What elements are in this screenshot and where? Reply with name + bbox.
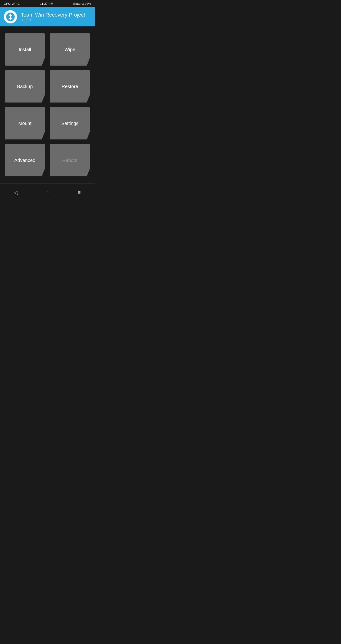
reboot-button[interactable]: Reboot bbox=[50, 144, 90, 176]
install-button[interactable]: Install bbox=[5, 34, 45, 66]
restore-button[interactable]: Restore bbox=[50, 70, 90, 102]
app-version: 3.0.2-1 bbox=[21, 18, 85, 22]
status-bar: CPU: 24 °C 11:27 PM Battery: 98% bbox=[0, 0, 95, 7]
app-header: Team Win Recovery Project 3.0.2-1 bbox=[0, 7, 95, 26]
battery-status: Battery: 98% bbox=[74, 2, 91, 6]
mount-button[interactable]: Mount bbox=[5, 107, 45, 140]
settings-button[interactable]: Settings bbox=[50, 107, 90, 140]
menu-button-nav[interactable]: ≡ bbox=[73, 188, 86, 198]
time-status: 11:27 PM bbox=[40, 2, 53, 6]
cpu-status: CPU: 24 °C bbox=[4, 2, 20, 6]
header-text: Team Win Recovery Project 3.0.2-1 bbox=[21, 12, 85, 22]
main-menu: Install Wipe Backup Restore Mount Settin… bbox=[0, 26, 95, 184]
home-button[interactable]: ⌂ bbox=[42, 188, 54, 198]
backup-button[interactable]: Backup bbox=[5, 70, 45, 102]
app-title: Team Win Recovery Project bbox=[21, 12, 85, 18]
app-logo bbox=[4, 10, 17, 24]
advanced-button[interactable]: Advanced bbox=[5, 144, 45, 176]
bottom-nav: ◁ ⌂ ≡ bbox=[0, 184, 95, 201]
back-button[interactable]: ◁ bbox=[9, 188, 23, 198]
wipe-button[interactable]: Wipe bbox=[50, 34, 90, 66]
